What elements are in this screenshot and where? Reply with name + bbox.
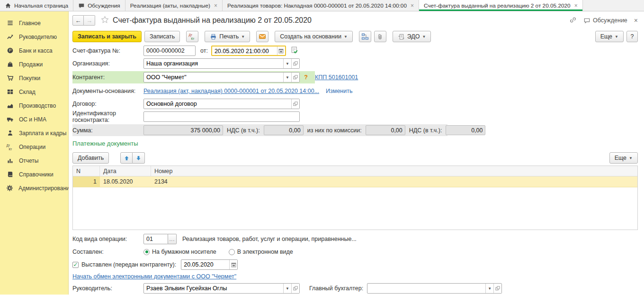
send-email-button[interactable]: [256, 31, 268, 42]
chevron-down-icon: ▼: [615, 35, 618, 39]
accountant-input[interactable]: [367, 284, 485, 293]
more-button[interactable]: Еще ▼: [595, 31, 624, 42]
tab-realization-doc[interactable]: Реализация товаров: Накладная 0000-00000…: [223, 0, 419, 11]
column-header-n[interactable]: N: [73, 166, 100, 176]
chevron-down-icon[interactable]: ▼: [283, 59, 291, 68]
dt-kt-postings-button[interactable]: ДтКт: [186, 31, 198, 42]
open-item-icon[interactable]: [291, 284, 299, 293]
sidebar-item-label: Продажи: [19, 61, 43, 68]
organization-input[interactable]: [144, 59, 283, 68]
attachments-button[interactable]: [374, 31, 386, 42]
counterparty-help-icon[interactable]: ?: [303, 74, 309, 81]
invoice-date-input[interactable]: [212, 46, 277, 56]
sidebar-item-fixed-assets[interactable]: ОС и НМА: [0, 112, 68, 126]
table-row[interactable]: 1 18.05.2020 2134: [73, 176, 637, 187]
related-documents-button[interactable]: [359, 31, 371, 42]
calendar-icon[interactable]: [277, 46, 285, 55]
save-and-close-button[interactable]: Записать и закрыть: [72, 31, 142, 42]
get-link-icon[interactable]: [569, 16, 577, 25]
invoice-number-input[interactable]: [143, 46, 196, 56]
sidebar-item-reports[interactable]: Отчеты: [0, 154, 68, 167]
counterparty-input[interactable]: [144, 73, 283, 82]
sidebar-item-main[interactable]: Главное: [0, 16, 68, 30]
edo-button[interactable]: ЭДО ▼: [393, 31, 431, 42]
move-down-button[interactable]: [133, 152, 145, 164]
tab-label: Реализация товаров: Накладная 0000-00000…: [227, 2, 407, 9]
tab-close-icon[interactable]: ×: [411, 2, 414, 9]
document-toolbar: Записать и закрыть Записать ДтКт Печать …: [72, 29, 638, 44]
invoice-number-label: Счет-фактура №:: [72, 47, 143, 54]
commission-label: из них по комиссии:: [307, 127, 362, 134]
add-row-button[interactable]: Добавить: [72, 152, 109, 164]
column-header-date[interactable]: Дата: [100, 166, 151, 176]
cell-date[interactable]: 18.05.2020: [100, 176, 151, 187]
move-up-button[interactable]: [120, 152, 133, 164]
print-button[interactable]: Печать ▼: [205, 31, 250, 42]
sidebar-item-warehouse[interactable]: Склад: [0, 85, 68, 99]
tab-home-page[interactable]: Начальная страница: [0, 0, 73, 11]
sidebar-item-directories[interactable]: Справочники: [0, 167, 68, 181]
tab-invoice-doc[interactable]: Счет-фактура выданный на реализацию 2 от…: [419, 0, 583, 11]
save-button[interactable]: Записать: [144, 31, 180, 42]
sidebar-item-label: Руководителю: [19, 34, 57, 40]
sidebar-item-salary-hr[interactable]: Зарплата и кадры: [0, 126, 68, 140]
chevron-down-icon[interactable]: ▼: [283, 284, 291, 293]
print-label: Печать: [219, 33, 239, 40]
table-more-button[interactable]: Еще ▼: [609, 152, 638, 164]
document-header: ← → Счет-фактура выданный на реализацию …: [72, 11, 638, 29]
contract-input[interactable]: [144, 99, 291, 109]
base-documents-row: Документы-основания: Реализация (акт, на…: [72, 86, 638, 96]
change-base-documents-link[interactable]: Изменить: [326, 88, 352, 94]
sum-label: Сумма:: [72, 127, 143, 134]
commission-input: [366, 125, 405, 135]
manager-field: ▼: [143, 283, 300, 294]
document-check-icon[interactable]: [290, 46, 298, 55]
sidebar-item-label: Зарплата и кадры: [19, 130, 66, 137]
sidebar-item-manager[interactable]: Руководителю: [0, 30, 68, 44]
start-edo-link[interactable]: Начать обмен электронными документами с …: [72, 273, 236, 280]
sum-amount-input: [143, 125, 223, 135]
sidebar: Главное Руководителю Р Банк и касса Прод…: [0, 11, 69, 295]
tab-discussions[interactable]: Обсуждения: [73, 0, 125, 11]
forward-button[interactable]: →: [84, 15, 95, 26]
chevron-down-icon[interactable]: ▼: [283, 73, 291, 82]
manager-input[interactable]: [144, 284, 283, 293]
discussion-button[interactable]: Обсуждение: [583, 17, 627, 24]
truck-icon: [6, 116, 14, 123]
open-item-icon[interactable]: [291, 59, 299, 68]
chevron-down-icon[interactable]: ▼: [485, 284, 493, 293]
back-button[interactable]: ←: [72, 15, 84, 26]
tab-realization-list[interactable]: Реализация (акты, накладные) ×: [125, 0, 223, 11]
operation-code-select-button[interactable]: ...: [168, 234, 177, 244]
radio-electronic[interactable]: В электронном виде: [229, 249, 293, 255]
radio-paper[interactable]: На бумажном носителе: [143, 249, 216, 255]
issued-date-input[interactable]: [181, 260, 229, 269]
sidebar-item-operations[interactable]: ДтКт Операции: [0, 140, 68, 154]
sidebar-item-label: Главное: [19, 20, 41, 27]
tab-close-icon[interactable]: ×: [214, 2, 217, 9]
open-item-icon[interactable]: [291, 73, 299, 82]
cell-number[interactable]: 2134: [151, 176, 637, 187]
close-form-icon[interactable]: ×: [634, 17, 638, 24]
column-header-number[interactable]: Номер: [151, 166, 637, 176]
help-button[interactable]: ?: [626, 31, 638, 42]
create-based-on-button[interactable]: Создать на основании ▼: [275, 31, 353, 42]
sidebar-item-bank-cash[interactable]: Р Банк и касса: [0, 44, 68, 57]
issued-checkbox[interactable]: ✓: [72, 262, 79, 268]
tab-close-icon[interactable]: ×: [574, 2, 578, 9]
workspace: Главное Руководителю Р Банк и касса Прод…: [0, 11, 644, 295]
open-item-icon[interactable]: [493, 284, 501, 293]
sidebar-item-administration[interactable]: Администрирование: [0, 181, 68, 195]
gov-contract-input[interactable]: [143, 111, 300, 122]
sidebar-item-purchases[interactable]: Покупки: [0, 71, 68, 85]
kpp-link[interactable]: КПП 501601001: [315, 74, 358, 81]
open-item-icon[interactable]: [291, 99, 299, 109]
sidebar-item-sales[interactable]: Продажи: [0, 57, 68, 71]
favorite-star-icon[interactable]: [101, 16, 109, 25]
sidebar-item-production[interactable]: Производство: [0, 99, 68, 112]
shopping-cart-icon: [6, 74, 14, 82]
cell-n[interactable]: 1: [73, 176, 100, 187]
base-document-link[interactable]: Реализация (акт, накладная) 0000-000001 …: [143, 88, 319, 94]
calendar-icon[interactable]: [229, 260, 237, 269]
operation-code-input[interactable]: [143, 234, 168, 244]
